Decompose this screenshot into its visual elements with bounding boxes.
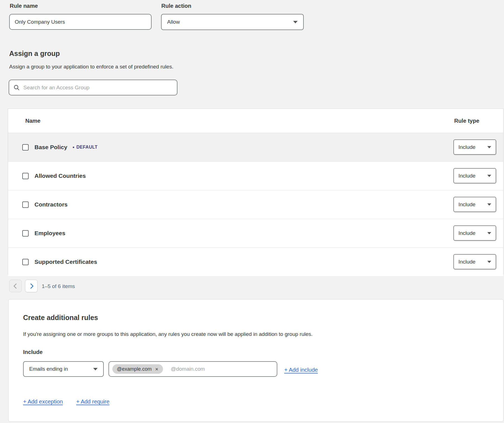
pagination-prev-button[interactable] (9, 280, 22, 292)
rule-type-value: Include (458, 144, 475, 150)
rule-name-label: Rule name (10, 3, 38, 9)
group-name: Base Policy (34, 144, 67, 151)
additional-rules-heading: Create additional rules (23, 314, 98, 322)
chevron-down-icon (487, 146, 491, 148)
chevron-down-icon (293, 21, 298, 23)
rule-type-value: Include (458, 259, 475, 265)
group-name: Contractors (34, 201, 68, 208)
add-require-link[interactable]: + Add require (76, 399, 110, 405)
access-group-search[interactable] (9, 80, 177, 95)
chevron-down-icon (487, 232, 491, 234)
rule-type-select[interactable]: Include (453, 139, 496, 155)
access-policy-page: Rule name Rule action Allow Assign a gro… (0, 0, 504, 423)
chevron-down-icon (487, 175, 491, 177)
row-checkbox[interactable] (22, 201, 29, 208)
default-badge: •DEFAULT (73, 145, 98, 150)
search-input[interactable] (23, 84, 172, 91)
chevron-left-icon (13, 283, 19, 289)
rule-type-column-header: Rule type (454, 118, 479, 124)
search-icon (14, 85, 19, 90)
group-name: Employees (34, 230, 65, 237)
assign-group-description: Assign a group to your application to en… (9, 64, 173, 70)
pagination-next-button[interactable] (25, 280, 38, 292)
chevron-down-icon (93, 368, 98, 370)
additional-rules-description: If you're assigning one or more groups t… (23, 331, 313, 337)
table-row: Contractors Include (8, 190, 503, 219)
assign-group-heading: Assign a group (9, 50, 60, 58)
row-checkbox[interactable] (22, 144, 29, 151)
tag-input-placeholder: @domain.com (171, 366, 205, 372)
chevron-down-icon (487, 261, 491, 263)
include-rule-selector[interactable]: Emails ending in (23, 361, 104, 377)
badge-bullet: • (73, 145, 75, 150)
chevron-down-icon (487, 203, 491, 206)
email-domain-chip: @example.com ✕ (112, 364, 163, 374)
chip-text: @example.com (117, 366, 152, 372)
rule-type-select[interactable]: Include (453, 254, 496, 269)
table-row: Employees Include (8, 219, 503, 248)
group-name: Supported Certificates (34, 259, 97, 265)
row-checkbox[interactable] (22, 230, 29, 237)
badge-label: DEFAULT (76, 145, 98, 150)
rule-type-select[interactable]: Include (453, 197, 496, 212)
table-row: Base Policy •DEFAULT Include (8, 133, 503, 162)
rule-type-value: Include (458, 230, 475, 236)
access-groups-table: Name Rule type Base Policy •DEFAULT Incl… (8, 109, 503, 274)
name-column-header: Name (25, 118, 40, 124)
email-domain-tag-input[interactable]: @example.com ✕ @domain.com (108, 361, 277, 377)
rule-action-value: Allow (167, 19, 180, 25)
include-section-label: Include (23, 349, 43, 355)
table-row: Allowed Countries Include (8, 162, 503, 190)
row-checkbox[interactable] (22, 173, 29, 179)
pagination-label: 1–5 of 6 items (42, 283, 75, 289)
row-checkbox[interactable] (22, 259, 29, 265)
table-header: Name Rule type (8, 109, 503, 133)
rule-action-label: Rule action (161, 3, 191, 9)
rule-action-select[interactable]: Allow (161, 14, 304, 30)
rule-type-select[interactable]: Include (453, 168, 496, 183)
group-name: Allowed Countries (34, 173, 86, 179)
include-rule-selector-value: Emails ending in (29, 366, 68, 372)
rule-type-select[interactable]: Include (453, 225, 496, 241)
rule-type-value: Include (458, 201, 475, 208)
chevron-right-icon (28, 283, 34, 289)
rule-name-input[interactable] (9, 14, 152, 30)
add-include-link[interactable]: + Add include (284, 367, 318, 373)
rule-type-value: Include (458, 173, 475, 179)
table-row: Supported Certificates Include (8, 248, 503, 276)
add-exception-link[interactable]: + Add exception (23, 399, 63, 405)
close-icon[interactable]: ✕ (155, 367, 159, 371)
